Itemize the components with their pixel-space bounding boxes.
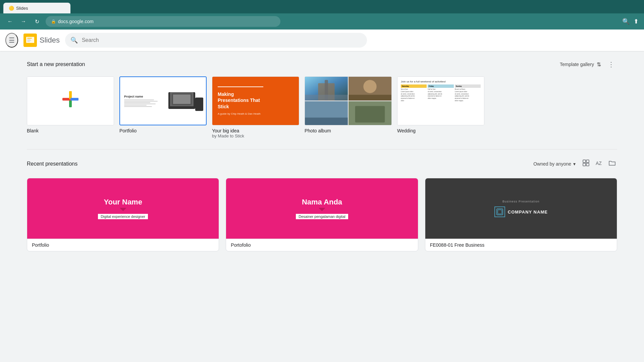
business-thumb-inner: Business Presentation COMPANY NAME — [425, 178, 617, 239]
phone-icon — [195, 98, 203, 111]
tab-favicon: 🟡 — [9, 6, 14, 11]
search-input[interactable] — [82, 37, 362, 43]
portfolio-line-4 — [124, 104, 156, 104]
browser-chrome: 🟡 Slides ← → ↻ 🔒 docs.google.com 🔍 ⬆ — [0, 0, 644, 29]
svg-rect-3 — [27, 39, 31, 40]
portfolio-thumb-inner: Project name — [120, 77, 206, 125]
svg-rect-20 — [305, 118, 348, 125]
tab-title: Slides — [16, 6, 28, 11]
business-logo-container: COMPANY NAME — [494, 206, 548, 217]
recent-card-label-1: Portfolio — [27, 239, 219, 251]
svg-point-17 — [363, 80, 376, 93]
portfolio-card-nama-anda-bg: Nama Anda Desainer pengalaman digital — [226, 178, 418, 239]
portfolio-card-subtitle-1: Digital experience designer — [98, 214, 148, 219]
portfolio-left: Project name — [124, 95, 161, 107]
template-gallery-button[interactable]: Template gallery ⇅ — [560, 61, 601, 68]
portfolio-card-your-name-bg: Your Name Digital experience designer — [27, 178, 219, 239]
portfolio-lines — [124, 100, 161, 107]
owned-by-button[interactable]: Owned by anyone ▾ — [533, 161, 576, 167]
grid-view-button[interactable] — [581, 158, 591, 170]
template-section-header: Start a new presentation Template galler… — [27, 59, 617, 70]
tab-bar: 🟡 Slides — [0, 0, 644, 13]
template-blank[interactable]: Blank — [27, 76, 114, 138]
browser-actions: 🔍 ⬆ — [622, 18, 639, 25]
template-bigidea[interactable]: MakingPresentations ThatStick A guide by… — [212, 76, 299, 138]
dropdown-arrow-icon: ▾ — [573, 161, 576, 167]
folder-icon — [608, 159, 616, 167]
portfolio-card-nama-anda-text: Nama Anda — [302, 198, 342, 206]
url-bar[interactable]: 🔒 docs.google.com — [46, 16, 280, 27]
recent-thumb-business: Business Presentation COMPANY NAME — [425, 178, 617, 239]
template-photoalbum-label: Photo album — [305, 128, 392, 133]
portfolio-line-6 — [124, 106, 152, 107]
recent-card-nama-anda[interactable]: Nama Anda Desainer pengalaman digital Po… — [226, 178, 418, 251]
sort-az-button[interactable]: AZ — [594, 158, 604, 170]
recent-section-header: Recent presentations Owned by anyone ▾ — [27, 158, 617, 170]
photo-cell-2 — [348, 77, 391, 101]
section-divider — [27, 149, 617, 149]
template-portfolio-label: Portfolio — [119, 128, 207, 133]
recent-card-business[interactable]: Business Presentation COMPANY NAME — [425, 178, 617, 251]
svg-rect-18 — [348, 95, 391, 101]
refresh-button[interactable]: ↻ — [32, 17, 42, 26]
portfolio-card-your-name-text: Your Name — [104, 198, 142, 206]
active-tab[interactable]: 🟡 Slides — [3, 3, 70, 13]
recent-title: Recent presentations — [27, 161, 77, 167]
portfolio-card-triangle-2 — [319, 208, 325, 211]
bigidea-bar — [218, 86, 263, 87]
recent-thumb-nama-anda: Nama Anda Desainer pengalaman digital — [226, 178, 418, 239]
recent-card-label-3: FE0088-01 Free Business — [425, 239, 617, 251]
share-button[interactable]: ⬆ — [634, 18, 639, 25]
svg-rect-1 — [26, 37, 34, 43]
zoom-button[interactable]: 🔍 — [622, 18, 630, 25]
recent-card-your-name[interactable]: Your Name Digital experience designer Po… — [27, 178, 219, 251]
template-photoalbum[interactable]: Photo album — [305, 76, 392, 138]
bigidea-thumb-inner: MakingPresentations ThatStick A guide by… — [212, 77, 299, 125]
template-wedding[interactable]: Join us for a full weekend of activities… — [397, 76, 484, 138]
app-name-label: Slides — [40, 36, 60, 45]
wedding-col-3: Sunday Brunch at NoonLorem ipsum dolorsi… — [455, 84, 481, 102]
portfolio-line-3 — [124, 102, 150, 103]
wedding-col-2: Friday Golf at 2amsit amet, consectetura… — [428, 84, 453, 102]
view-buttons: AZ — [581, 158, 617, 170]
wedding-col2-header: Friday — [428, 84, 453, 88]
business-small-text: Business Presentation — [502, 200, 540, 203]
wedding-grid: Saturday 9pt at 2amLorem ipsum dolorsit … — [401, 84, 481, 102]
photo-cell-3 — [305, 101, 348, 125]
laptop-icon — [168, 92, 195, 109]
template-gallery-label: Template gallery — [560, 62, 594, 67]
svg-rect-22 — [355, 106, 385, 122]
laptop-screen — [170, 92, 194, 106]
svg-rect-2 — [27, 38, 32, 39]
wedding-col3-content: Brunch at NoonLorem ipsum dolorsit amet,… — [455, 88, 481, 102]
forward-button[interactable]: → — [19, 17, 28, 26]
business-text-container: COMPANY NAME — [508, 209, 548, 215]
menu-button[interactable]: ☰ — [5, 33, 18, 48]
portfolio-line-1 — [124, 100, 154, 100]
photo-cell-4 — [348, 101, 391, 125]
more-options-button[interactable]: ⋮ — [605, 59, 617, 70]
back-button[interactable]: ← — [5, 17, 15, 26]
business-logo-icon — [494, 206, 505, 217]
wedding-col3-header: Sunday — [455, 84, 481, 88]
search-icon: 🔍 — [70, 37, 78, 44]
wedding-col2-content: Golf at 2amsit amet, consecteturadipisci… — [428, 88, 453, 100]
blank-thumb-inner — [27, 77, 114, 125]
template-section-title: Start a new presentation — [27, 61, 85, 67]
template-portfolio[interactable]: Project name — [119, 76, 207, 138]
app-logo[interactable]: Slides — [23, 34, 60, 47]
template-blank-label: Blank — [27, 128, 114, 133]
wedding-col-1: Saturday 9pt at 2amLorem ipsum dolorsit … — [401, 84, 427, 102]
folder-view-button[interactable] — [607, 158, 617, 170]
bigidea-subtitle: A guide by Chip Heath & Dan Heath — [218, 112, 261, 115]
template-blank-thumb — [27, 76, 114, 125]
portfolio-devices — [165, 91, 202, 111]
portfolio-card-triangle-1 — [120, 208, 126, 211]
svg-rect-25 — [583, 163, 586, 166]
recent-thumb-your-name: Your Name Digital experience designer — [27, 178, 219, 239]
template-photoalbum-thumb — [305, 76, 392, 125]
plus-icon — [61, 90, 80, 112]
portfolio-line-5 — [124, 105, 147, 106]
section-header-right: Template gallery ⇅ ⋮ — [560, 59, 617, 70]
svg-rect-15 — [305, 95, 348, 101]
